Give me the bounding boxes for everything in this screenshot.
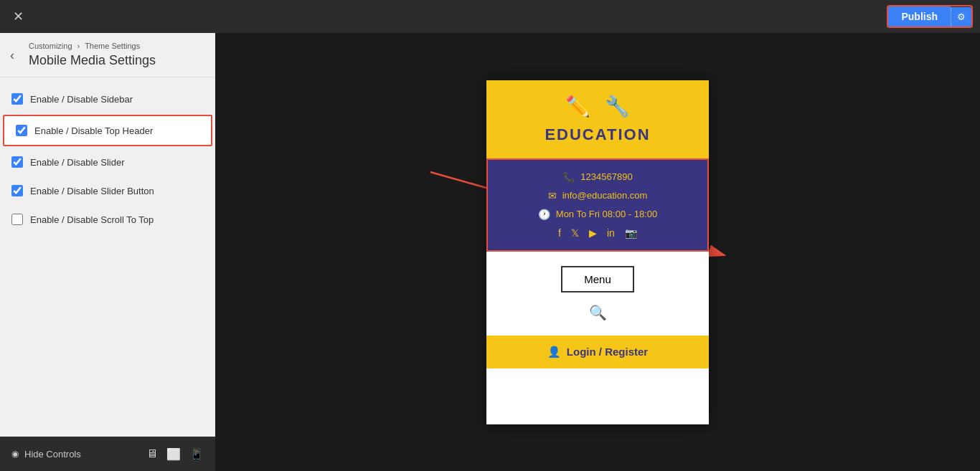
publish-settings-button[interactable]: ⚙ [951, 7, 971, 27]
setting-item-scroll-to-top[interactable]: Enable / Disable Scroll To Top [0, 205, 215, 234]
phone-icon: 📞 [562, 171, 575, 183]
label-sidebar: Enable / Disable Sidebar [30, 94, 133, 105]
preview-login-bar[interactable]: 👤 Login / Register [486, 336, 709, 368]
top-bar: ✕ Publish ⚙ [0, 0, 980, 33]
page-title: Mobile Media Settings [29, 53, 204, 68]
pencil-icon: ✏️ [565, 95, 590, 118]
header-email-row: ✉ info@education.com [502, 190, 693, 201]
checkbox-slider[interactable] [11, 156, 23, 168]
sidebar-bottom: ◉ Hide Controls 🖥 ⬜ 📱 [0, 437, 215, 471]
search-icon[interactable]: 🔍 [589, 304, 607, 321]
email-icon: ✉ [548, 190, 557, 201]
preview-icons-row: ✏️ 🔧 [565, 95, 630, 118]
breadcrumb-separator: › [77, 42, 80, 50]
youtube-icon[interactable]: ▶ [589, 227, 597, 239]
checkbox-top-header[interactable] [16, 125, 27, 136]
breadcrumb: Customizing › Theme Settings [29, 42, 204, 50]
hide-controls-button[interactable]: ◉ Hide Controls [11, 449, 81, 460]
publish-area: Publish ⚙ [887, 5, 973, 28]
hours-text: Mon To Fri 08:00 - 18:00 [556, 209, 657, 219]
email-address: info@education.com [562, 190, 648, 201]
hide-controls-label: Hide Controls [24, 449, 81, 460]
checkbox-sidebar[interactable] [11, 93, 23, 105]
instagram-icon[interactable]: 📷 [625, 227, 637, 239]
setting-item-top-header[interactable]: Enable / Disable Top Header [3, 115, 212, 146]
preview-area: ✏️ 🔧 EDUCATION 📞 1234567890 ✉ info@educa… [215, 33, 980, 471]
preview-brand-name: EDUCATION [545, 125, 650, 144]
twitter-icon[interactable]: 𝕏 [571, 227, 579, 239]
setting-item-slider-button[interactable]: Enable / Disable Slider Button [0, 176, 215, 205]
user-icon: 👤 [547, 346, 561, 358]
settings-list: Enable / Disable Sidebar Enable / Disabl… [0, 77, 215, 437]
close-button[interactable]: ✕ [7, 6, 29, 27]
label-slider-button: Enable / Disable Slider Button [30, 186, 154, 196]
checkbox-slider-button[interactable] [11, 185, 23, 196]
view-icons: 🖥 ⬜ 📱 [146, 447, 204, 461]
linkedin-icon[interactable]: in [607, 227, 615, 239]
menu-button[interactable]: Menu [561, 266, 634, 292]
clock-icon: 🕐 [538, 209, 550, 220]
checkbox-scroll-to-top[interactable] [11, 214, 23, 225]
breadcrumb-part2: Theme Settings [85, 42, 140, 50]
sidebar-header: ‹ Customizing › Theme Settings Mobile Me… [0, 33, 215, 77]
sidebar: ‹ Customizing › Theme Settings Mobile Me… [0, 33, 215, 471]
tablet-view-icon[interactable]: ⬜ [166, 447, 181, 461]
publish-button[interactable]: Publish [888, 6, 951, 27]
header-hours-row: 🕐 Mon To Fri 08:00 - 18:00 [502, 209, 693, 220]
preview-top-header: 📞 1234567890 ✉ info@education.com 🕐 Mon … [486, 158, 709, 252]
setting-item-slider[interactable]: Enable / Disable Slider [0, 148, 215, 176]
setting-item-sidebar[interactable]: Enable / Disable Sidebar [0, 85, 215, 113]
facebook-icon[interactable]: f [558, 227, 561, 239]
label-slider: Enable / Disable Slider [30, 157, 125, 168]
back-button[interactable]: ‹ [10, 47, 14, 62]
phone-number: 1234567890 [580, 171, 632, 182]
label-top-header: Enable / Disable Top Header [34, 125, 153, 136]
login-label: Login / Register [567, 346, 648, 358]
hide-controls-icon: ◉ [11, 449, 19, 459]
main-layout: ‹ Customizing › Theme Settings Mobile Me… [0, 33, 980, 471]
tools-icon: 🔧 [605, 95, 630, 118]
label-scroll-to-top: Enable / Disable Scroll To Top [30, 214, 154, 225]
desktop-view-icon[interactable]: 🖥 [146, 447, 158, 461]
breadcrumb-part1: Customizing [29, 42, 72, 50]
mobile-view-icon[interactable]: 📱 [189, 447, 204, 461]
social-icons-row: f 𝕏 ▶ in 📷 [502, 227, 693, 239]
preview-hero: ✏️ 🔧 EDUCATION [486, 80, 709, 158]
preview-menu-area: Menu 🔍 [486, 252, 709, 336]
mobile-preview: ✏️ 🔧 EDUCATION 📞 1234567890 ✉ info@educa… [486, 80, 709, 424]
header-phone-row: 📞 1234567890 [502, 171, 693, 183]
